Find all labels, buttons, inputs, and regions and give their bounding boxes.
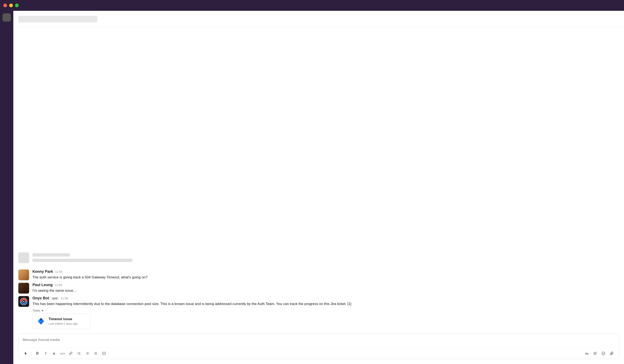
- message-item: Kenny Park 11:55 The auth service is giv…: [18, 268, 619, 281]
- message-input[interactable]: [19, 334, 619, 347]
- indent-icon: [94, 352, 97, 355]
- message-header-paul: Paul Leung 11:56: [32, 283, 619, 287]
- italic-button[interactable]: I: [42, 350, 50, 357]
- top-bar: [13, 11, 624, 27]
- onyx-bot-icon: [20, 298, 27, 305]
- main-content: Kenny Park 11:55 The auth service is giv…: [13, 11, 624, 364]
- message-input-area: B I S </>: [18, 333, 619, 359]
- messages-area: Kenny Park 11:55 The auth service is giv…: [13, 27, 624, 330]
- jira-logo-icon: [37, 317, 45, 325]
- ticket-title: Timeout issue: [49, 317, 78, 321]
- code-block-button[interactable]: [100, 350, 108, 357]
- skeleton-loading: [18, 252, 619, 263]
- minimize-button[interactable]: [9, 3, 13, 7]
- ordered-list-button[interactable]: 1 2 3: [75, 350, 83, 357]
- emoji-icon: [601, 352, 605, 355]
- maximize-button[interactable]: [15, 3, 19, 7]
- ticket-card[interactable]: Timeout issue Last edited 2 days ago: [32, 314, 91, 329]
- skeleton-line-1: [32, 253, 70, 257]
- ai-button[interactable]: [22, 350, 29, 357]
- indent-button[interactable]: [92, 350, 100, 357]
- message-author-kenny: Kenny Park: [32, 270, 53, 274]
- avatar-paul: [18, 283, 29, 294]
- message-text-onyx: This has been happening intermittently d…: [32, 301, 619, 307]
- sidebar: [0, 11, 13, 364]
- message-content-onyx: Onyx Bot APP 11:56 This has been happeni…: [32, 296, 619, 329]
- workspace-icon[interactable]: [2, 13, 11, 22]
- message-item-onyx: Onyx Bot APP 11:56 This has been happeni…: [18, 295, 619, 330]
- mention-button[interactable]: @: [591, 350, 599, 357]
- message-text-kenny: The auth service is giving back a 504 Ga…: [32, 275, 619, 280]
- link-icon: [69, 352, 72, 355]
- message-author-onyx: Onyx Bot: [32, 296, 49, 300]
- toolbar-right: Aa @: [583, 350, 616, 357]
- ticket-info: Timeout issue Last edited 2 days ago: [49, 317, 78, 325]
- code-block-icon: [102, 352, 106, 355]
- message-time-kenny: 11:55: [55, 270, 62, 273]
- bold-button[interactable]: B: [34, 350, 41, 357]
- skeleton-line-2: [32, 259, 132, 262]
- traffic-lights: [3, 3, 19, 7]
- svg-point-17: [86, 353, 86, 354]
- message-header-kenny: Kenny Park 11:55: [32, 270, 619, 274]
- empty-space: [18, 32, 619, 252]
- unordered-list-icon: [86, 352, 89, 355]
- ticket-dropdown-icon[interactable]: ▼: [41, 309, 44, 312]
- svg-point-16: [86, 352, 86, 353]
- code-button[interactable]: </>: [59, 350, 66, 357]
- font-size-button[interactable]: Aa: [583, 350, 591, 357]
- message-text-paul: I'm seeing the same issue...: [32, 288, 619, 293]
- svg-point-28: [602, 352, 605, 355]
- message-author-paul: Paul Leung: [32, 283, 53, 287]
- strikethrough-button[interactable]: S: [50, 350, 58, 357]
- svg-text:3: 3: [78, 353, 78, 355]
- titlebar: [0, 0, 624, 11]
- skeleton-lines: [32, 252, 132, 262]
- message-time-onyx: 11:56: [61, 297, 68, 300]
- emoji-button[interactable]: [600, 350, 607, 357]
- link-button[interactable]: [67, 350, 75, 357]
- close-button[interactable]: [3, 3, 7, 7]
- ticket-label: Ticket ▼: [32, 309, 619, 312]
- attachment-button[interactable]: [608, 350, 616, 357]
- skeleton-avatar: [18, 252, 29, 263]
- avatar-kenny: [18, 270, 29, 280]
- attachment-icon: [610, 352, 614, 355]
- app-badge: APP: [51, 297, 59, 300]
- message-content-paul: Paul Leung 11:56 I'm seeing the same iss…: [32, 283, 619, 293]
- lightning-icon: [24, 352, 27, 355]
- unordered-list-button[interactable]: [84, 350, 91, 357]
- svg-point-18: [86, 354, 86, 354]
- message-content-kenny: Kenny Park 11:55 The auth service is giv…: [32, 270, 619, 280]
- ordered-list-icon: 1 2 3: [77, 352, 81, 355]
- ticket-label-text: Ticket: [32, 309, 40, 312]
- search-bar-skeleton: [18, 16, 97, 23]
- message-header-onyx: Onyx Bot APP 11:56: [32, 296, 619, 300]
- toolbar-separator-1: [31, 351, 32, 356]
- svg-point-2: [23, 301, 24, 302]
- message-time-paul: 11:56: [55, 283, 62, 287]
- svg-rect-23: [103, 352, 105, 355]
- messages-list: Kenny Park 11:55 The auth service is giv…: [18, 268, 619, 330]
- app-layout: Kenny Park 11:55 The auth service is giv…: [0, 11, 624, 364]
- avatar-onyx: [18, 296, 29, 307]
- input-toolbar: B I S </>: [19, 348, 619, 359]
- ticket-meta: Last edited 2 days ago: [49, 322, 78, 325]
- message-item: Paul Leung 11:56 I'm seeing the same iss…: [18, 281, 619, 295]
